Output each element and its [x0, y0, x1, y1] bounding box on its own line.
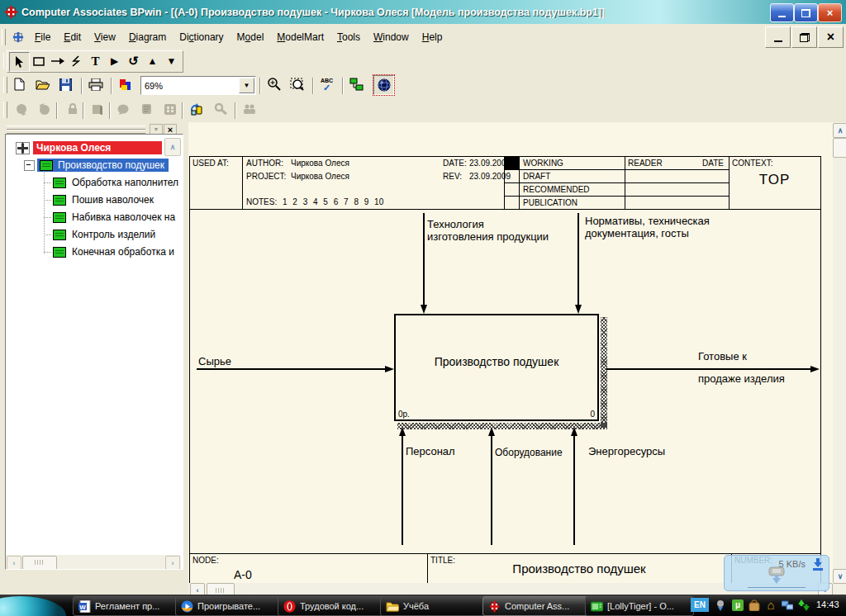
window-title: Computer Associates BPwin - [(A-0) Произ…	[21, 7, 605, 18]
tree-item-child[interactable]: Набивка наволочек на	[6, 209, 183, 225]
close-button[interactable]: ×	[818, 3, 842, 22]
menu-modelmart[interactable]: ModelMart	[270, 28, 330, 46]
menu-diagram[interactable]: Diagram	[122, 28, 173, 46]
model-explorer-button[interactable]	[347, 75, 366, 93]
zoom-dropdown-arrow[interactable]: ▼	[239, 78, 254, 93]
modelmart-toolbar-grip[interactable]	[3, 102, 7, 118]
menu-dictionary[interactable]: Dictionary	[173, 28, 230, 46]
tree-item-model-root[interactable]: Чиркова Олеся	[6, 140, 183, 156]
go-to-child-button[interactable]: ▶	[105, 52, 124, 70]
arrow-tool-button[interactable]	[48, 52, 67, 70]
go-up-button[interactable]: ▲	[143, 52, 162, 70]
output-label-line2[interactable]: продаже изделия	[698, 372, 785, 385]
menu-view[interactable]: View	[88, 28, 122, 46]
menu-file[interactable]: File	[28, 28, 57, 46]
collapse-expander[interactable]	[24, 160, 35, 171]
tree-selected-label[interactable]: Производство подушек	[58, 159, 164, 171]
control-label-1[interactable]: Технологияизготовления продукции	[427, 218, 549, 243]
tree-scroll-left-button[interactable]: ‹	[7, 556, 21, 570]
tray-network-icon[interactable]	[782, 599, 793, 611]
menu-model[interactable]: Model	[231, 28, 271, 46]
tree-item-selected[interactable]: Производство подушек	[6, 157, 183, 173]
menu-edit[interactable]: Edit	[57, 28, 88, 46]
output-arrow[interactable]	[606, 368, 811, 370]
new-button[interactable]	[10, 75, 29, 93]
mechanism-arrow-2[interactable]	[491, 435, 492, 545]
print-button[interactable]	[86, 75, 105, 93]
language-indicator[interactable]: EN	[691, 598, 709, 612]
menubar-grip[interactable]	[2, 29, 6, 45]
zoom-in-button[interactable]	[264, 75, 283, 93]
save-button[interactable]	[56, 75, 75, 93]
activity-box-tool-button[interactable]	[29, 52, 48, 70]
menu-help[interactable]: Help	[416, 28, 449, 46]
mdi-minimize-button[interactable]	[765, 26, 791, 48]
taskbar-button-folder[interactable]: Учёба	[380, 596, 489, 616]
mechanism-label-1[interactable]: Персонал	[406, 445, 455, 457]
input-arrow[interactable]	[197, 368, 387, 370]
tree-item-child[interactable]: Пошив наволочек	[6, 192, 183, 208]
taskbar-button-lollytiger[interactable]: [LollyTiger] - O...	[585, 596, 694, 616]
taskbar-button-opera[interactable]: Трудовой код...	[278, 596, 387, 616]
tree-item-child[interactable]: Обработка наполнител	[6, 174, 183, 191]
tray-home-icon[interactable]: ⌂	[765, 599, 777, 611]
mechanism-label-2[interactable]: Оборудование	[495, 447, 563, 458]
mdi-restore-button[interactable]	[791, 26, 817, 48]
scroll-down-button[interactable]: ∨	[833, 569, 846, 584]
tree-root-label[interactable]: Чиркова Олеся	[33, 141, 162, 154]
taskbar-button-mediaplayer[interactable]: Проигрывате...	[175, 596, 284, 616]
tray-utorrent-icon[interactable]: μ	[732, 599, 744, 611]
zoom-combobox[interactable]: 69% ▼	[140, 76, 256, 95]
tree-hscroll-thumb[interactable]	[22, 556, 57, 570]
go-down-button[interactable]: ▼	[162, 52, 181, 70]
clock[interactable]: 14:43	[816, 599, 839, 609]
mm-user-key-button[interactable]	[187, 100, 206, 118]
tree-hscrollbar[interactable]: ‹ ›	[6, 555, 181, 569]
spellcheck-button[interactable]: ABC ✓	[317, 75, 336, 93]
diagram-vscrollbar[interactable]: ∧ ∨	[833, 122, 846, 596]
mechanism-label-3[interactable]: Энергоресурсы	[588, 445, 665, 457]
scroll-up-button[interactable]: ∧	[833, 123, 846, 138]
taskbar-button-bpwin[interactable]: Computer Ass...	[482, 596, 592, 616]
sibling-diagram-button[interactable]: ↺	[124, 52, 143, 70]
color-settings-button[interactable]	[116, 75, 135, 93]
start-button-area[interactable]	[0, 595, 71, 616]
zoom-area-button[interactable]	[288, 75, 307, 93]
input-label[interactable]: Сырье	[198, 355, 231, 367]
mechanism-arrow-3[interactable]	[573, 435, 575, 545]
taskbar-button-word[interactable]: W Регламент пр...	[73, 596, 182, 616]
control-arrow-1[interactable]	[423, 213, 425, 306]
pointer-tool-button[interactable]	[9, 52, 30, 72]
opera-icon	[283, 600, 296, 613]
rotate-icon: ↺	[128, 54, 139, 69]
minimize-button[interactable]	[770, 3, 794, 22]
control-label-2[interactable]: Нормативы, техническаядокументация, гост…	[585, 215, 710, 239]
mdi-close-button[interactable]: ×	[818, 26, 844, 48]
standard-toolbar-grip[interactable]	[3, 77, 7, 93]
vscroll-thumb[interactable]	[833, 138, 846, 158]
title-bar[interactable]: Computer Associates BPwin - [(A-0) Произ…	[0, 0, 846, 24]
tree-scroll-right-button[interactable]: ›	[165, 556, 180, 570]
tree-item-child[interactable]: Контроль изделий	[6, 226, 183, 243]
tree-item-child[interactable]: Конечная обработка и	[6, 244, 183, 260]
tray-traffic-icon[interactable]	[798, 599, 810, 611]
activity-box[interactable]: Производство подушек 0р. 0	[394, 314, 599, 421]
tree-scroll-up-button[interactable]: ∧	[164, 138, 181, 156]
web-publish-button[interactable]	[373, 75, 394, 95]
download-arrow-icon[interactable]	[810, 557, 825, 572]
menu-window[interactable]: Window	[367, 28, 416, 46]
mdi-document-icon[interactable]	[12, 31, 25, 44]
restore-button[interactable]	[794, 3, 818, 22]
control-arrow-2[interactable]	[577, 213, 579, 306]
squiggle-tool-button[interactable]	[67, 52, 86, 70]
text-tool-button[interactable]: T	[86, 52, 105, 70]
open-button[interactable]	[33, 75, 52, 93]
tray-bag-icon[interactable]	[749, 599, 760, 611]
tray-download-icon[interactable]	[715, 599, 727, 611]
output-label-line1[interactable]: Готовые к	[698, 350, 747, 362]
mechanism-arrow-1[interactable]	[402, 435, 403, 545]
activity-box-title[interactable]: Производство подушек	[396, 355, 597, 368]
menu-tools[interactable]: Tools	[330, 28, 367, 46]
menu-bar: File Edit View Diagram Dictionary Model …	[0, 24, 846, 50]
download-overlay[interactable]: 5 KB/s	[724, 555, 829, 591]
